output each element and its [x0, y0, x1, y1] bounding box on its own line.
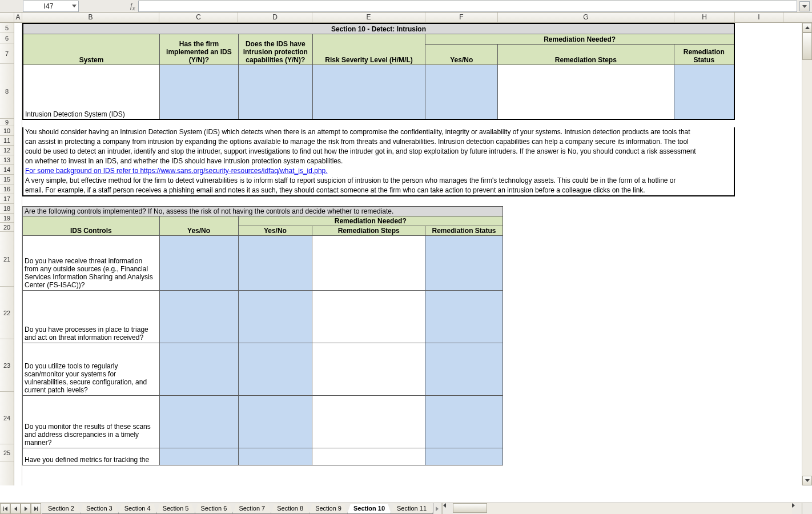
- formula-bar-expand-button[interactable]: [799, 1, 810, 11]
- vertical-scrollbar[interactable]: [802, 23, 812, 485]
- row-header[interactable]: 15: [0, 175, 14, 184]
- cell-risk[interactable]: [312, 65, 425, 119]
- cell-rem-status[interactable]: [674, 65, 734, 119]
- col-header[interactable]: A: [14, 13, 22, 22]
- sheet-tab[interactable]: Section 10: [347, 504, 391, 514]
- cell-rem-yesno[interactable]: [425, 65, 498, 119]
- cell-rem-steps[interactable]: [498, 65, 674, 119]
- control-rem-status[interactable]: [425, 291, 503, 343]
- control-yesno[interactable]: [159, 448, 238, 465]
- col-header[interactable]: I: [735, 13, 783, 22]
- scroll-up-button[interactable]: [802, 23, 812, 33]
- scroll-down-button[interactable]: [802, 476, 812, 485]
- control-rem-steps[interactable]: [312, 291, 425, 343]
- control-question[interactable]: Do you have processes in place to triage…: [23, 291, 160, 343]
- row-header[interactable]: 17: [0, 194, 14, 204]
- control-yesno[interactable]: [159, 291, 238, 343]
- sheet-tab[interactable]: Section 8: [271, 504, 309, 514]
- scroll-right-button[interactable]: [792, 503, 802, 514]
- tabs-scroll-right-icon[interactable]: [433, 503, 441, 514]
- row-header[interactable]: 5: [0, 23, 14, 33]
- control-question[interactable]: Do you utilize tools to regularly scan/m…: [23, 343, 160, 396]
- control-rem-status[interactable]: [425, 396, 503, 448]
- control-rem-yesno[interactable]: [238, 236, 312, 291]
- sheet-tab[interactable]: Section 2: [42, 504, 81, 514]
- col-header[interactable]: F: [425, 13, 498, 22]
- control-yesno[interactable]: [159, 343, 238, 396]
- row-header[interactable]: 21: [0, 232, 14, 287]
- sheet-tab[interactable]: Section 4: [118, 504, 157, 514]
- row-header[interactable]: 11: [0, 136, 14, 146]
- fx-icon[interactable]: fx: [130, 1, 135, 11]
- col-header[interactable]: H: [674, 13, 735, 22]
- section10-table: Section 10 - Detect: Intrusion System Ha…: [22, 23, 735, 120]
- control-rem-status[interactable]: [425, 343, 503, 396]
- control-rem-status[interactable]: [425, 236, 503, 291]
- row-header[interactable]: 8: [0, 64, 14, 119]
- row-header[interactable]: 10: [0, 126, 14, 136]
- control-question[interactable]: Do you monitor the results of these scan…: [23, 396, 160, 448]
- spreadsheet-grid[interactable]: Section 10 - Detect: Intrusion System Ha…: [14, 23, 812, 485]
- scroll-thumb[interactable]: [802, 33, 812, 60]
- control-rem-yesno[interactable]: [238, 396, 312, 448]
- row-header[interactable]: 22: [0, 287, 14, 339]
- col-header[interactable]: G: [498, 13, 674, 22]
- row-header[interactable]: 6: [0, 33, 14, 43]
- control-rem-steps[interactable]: [312, 448, 425, 465]
- col-header[interactable]: E: [312, 13, 425, 22]
- ids-reference-link[interactable]: For some background on IDS refer to http…: [25, 167, 328, 175]
- tab-nav-last-button[interactable]: [31, 503, 41, 514]
- tab-nav-prev-button[interactable]: [10, 503, 21, 514]
- row-header[interactable]: 19: [0, 214, 14, 223]
- row-header[interactable]: 9: [0, 119, 14, 126]
- col-header[interactable]: C: [159, 13, 238, 22]
- control-rem-yesno[interactable]: [238, 291, 312, 343]
- scroll-left-button[interactable]: [443, 503, 453, 514]
- control-rem-steps[interactable]: [312, 396, 425, 448]
- row-header[interactable]: 18: [0, 204, 14, 214]
- sheet-tab[interactable]: Section 5: [156, 504, 195, 514]
- tab-nav-next-button[interactable]: [21, 503, 31, 514]
- name-box[interactable]: I47: [23, 1, 79, 12]
- sheet-tab[interactable]: Section 9: [309, 504, 348, 514]
- hdr-implemented: Has the firm implemented an IDS (Y/N)?: [160, 34, 239, 65]
- cell-protection[interactable]: [238, 65, 312, 119]
- formula-bar: I47 fx: [0, 0, 812, 13]
- cell-system[interactable]: Intrusion Detection System (IDS): [23, 65, 160, 119]
- horizontal-scrollbar[interactable]: [441, 503, 802, 514]
- sheet-tab[interactable]: Section 11: [391, 504, 433, 514]
- control-rem-yesno[interactable]: [238, 343, 312, 396]
- row-header[interactable]: 13: [0, 155, 14, 165]
- control-yesno[interactable]: [159, 396, 238, 448]
- row-header[interactable]: 25: [0, 444, 14, 461]
- control-rem-yesno[interactable]: [238, 448, 312, 465]
- hscroll-thumb[interactable]: [453, 503, 487, 513]
- row-header[interactable]: 7: [0, 43, 14, 64]
- row-header[interactable]: 14: [0, 165, 14, 175]
- control-rem-status[interactable]: [425, 448, 503, 465]
- row-header[interactable]: 24: [0, 392, 14, 444]
- cell-implemented[interactable]: [160, 65, 239, 119]
- control-yesno[interactable]: [159, 236, 238, 291]
- sheet-tab[interactable]: Section 6: [195, 504, 234, 514]
- row-header[interactable]: 20: [0, 223, 14, 232]
- select-all-corner[interactable]: [0, 13, 14, 22]
- row-header[interactable]: 23: [0, 339, 14, 392]
- control-question[interactable]: Have you defined metrics for tracking th…: [23, 448, 160, 465]
- sheet-tab[interactable]: Section 3: [80, 504, 119, 514]
- hdr-yesno: Yes/No: [425, 44, 498, 65]
- sheet-tab[interactable]: Section 7: [232, 504, 271, 514]
- chevron-down-icon[interactable]: [72, 5, 77, 7]
- col-header[interactable]: D: [238, 13, 312, 22]
- row-header[interactable]: 12: [0, 146, 14, 155]
- tab-nav-first-button[interactable]: [0, 503, 10, 514]
- control-rem-steps[interactable]: [312, 343, 425, 396]
- control-rem-steps[interactable]: [312, 236, 425, 291]
- row-header[interactable]: 16: [0, 184, 14, 194]
- col-header[interactable]: B: [22, 13, 159, 22]
- note-line: A very simple, but effective method for …: [23, 176, 734, 186]
- table-row: Do you have processes in place to triage…: [23, 291, 503, 343]
- control-question[interactable]: Do you have receive threat information f…: [23, 236, 160, 291]
- hdr-rem-steps: Remediation Steps: [312, 226, 425, 236]
- formula-input[interactable]: [138, 1, 797, 12]
